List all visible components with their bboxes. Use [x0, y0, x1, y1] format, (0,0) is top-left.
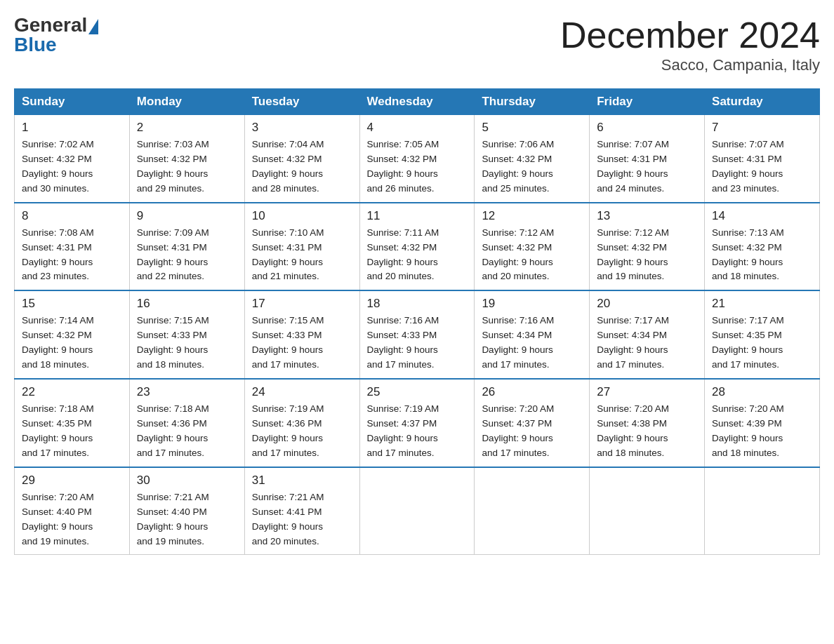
day-info: Sunrise: 7:17 AMSunset: 4:35 PMDaylight:… [712, 314, 812, 373]
day-number: 19 [482, 297, 582, 311]
day-number: 18 [367, 297, 468, 311]
day-info: Sunrise: 7:11 AMSunset: 4:32 PMDaylight:… [367, 226, 468, 285]
calendar-table: SundayMondayTuesdayWednesdayThursdayFrid… [14, 88, 820, 555]
calendar-cell: 7 Sunrise: 7:07 AMSunset: 4:31 PMDayligh… [705, 115, 820, 203]
location-title: Sacco, Campania, Italy [560, 56, 820, 74]
calendar-cell: 28 Sunrise: 7:20 AMSunset: 4:39 PMDaylig… [705, 379, 820, 467]
page-header: General Blue December 2024 Sacco, Campan… [14, 14, 820, 74]
day-info: Sunrise: 7:20 AMSunset: 4:39 PMDaylight:… [712, 402, 812, 461]
calendar-cell: 11 Sunrise: 7:11 AMSunset: 4:32 PMDaylig… [359, 203, 475, 291]
day-info: Sunrise: 7:19 AMSunset: 4:37 PMDaylight:… [367, 402, 468, 461]
day-number: 10 [252, 209, 352, 223]
col-header-tuesday: Tuesday [244, 89, 359, 115]
day-info: Sunrise: 7:02 AMSunset: 4:32 PMDaylight:… [22, 137, 122, 196]
col-header-saturday: Saturday [705, 89, 820, 115]
day-info: Sunrise: 7:15 AMSunset: 4:33 PMDaylight:… [137, 314, 237, 373]
calendar-cell: 12 Sunrise: 7:12 AMSunset: 4:32 PMDaylig… [475, 203, 590, 291]
week-row-3: 15 Sunrise: 7:14 AMSunset: 4:32 PMDaylig… [15, 290, 820, 379]
day-info: Sunrise: 7:17 AMSunset: 4:34 PMDaylight:… [597, 314, 697, 373]
day-info: Sunrise: 7:21 AMSunset: 4:41 PMDaylight:… [252, 490, 352, 549]
calendar-cell: 22 Sunrise: 7:18 AMSunset: 4:35 PMDaylig… [15, 379, 130, 467]
logo-blue-text: Blue [14, 34, 57, 56]
day-number: 31 [252, 474, 352, 488]
day-number: 9 [137, 209, 237, 223]
day-number: 7 [712, 121, 812, 135]
day-number: 1 [22, 121, 122, 135]
day-info: Sunrise: 7:12 AMSunset: 4:32 PMDaylight:… [482, 226, 582, 285]
day-number: 21 [712, 297, 812, 311]
calendar-cell: 4 Sunrise: 7:05 AMSunset: 4:32 PMDayligh… [359, 115, 475, 203]
day-number: 16 [137, 297, 237, 311]
calendar-cell: 25 Sunrise: 7:19 AMSunset: 4:37 PMDaylig… [359, 379, 475, 467]
day-number: 4 [367, 121, 468, 135]
day-info: Sunrise: 7:03 AMSunset: 4:32 PMDaylight:… [137, 137, 237, 196]
calendar-cell: 20 Sunrise: 7:17 AMSunset: 4:34 PMDaylig… [590, 290, 705, 379]
day-number: 26 [482, 385, 582, 399]
day-info: Sunrise: 7:20 AMSunset: 4:40 PMDaylight:… [22, 490, 122, 549]
day-info: Sunrise: 7:16 AMSunset: 4:33 PMDaylight:… [367, 314, 468, 373]
day-info: Sunrise: 7:10 AMSunset: 4:31 PMDaylight:… [252, 226, 352, 285]
day-number: 20 [597, 297, 697, 311]
day-number: 24 [252, 385, 352, 399]
day-info: Sunrise: 7:07 AMSunset: 4:31 PMDaylight:… [712, 137, 812, 196]
calendar-cell: 5 Sunrise: 7:06 AMSunset: 4:32 PMDayligh… [475, 115, 590, 203]
col-header-thursday: Thursday [475, 89, 590, 115]
day-info: Sunrise: 7:16 AMSunset: 4:34 PMDaylight:… [482, 314, 582, 373]
day-info: Sunrise: 7:18 AMSunset: 4:35 PMDaylight:… [22, 402, 122, 461]
col-header-wednesday: Wednesday [359, 89, 475, 115]
logo-triangle-icon [88, 19, 98, 34]
day-number: 17 [252, 297, 352, 311]
day-info: Sunrise: 7:06 AMSunset: 4:32 PMDaylight:… [482, 137, 582, 196]
calendar-cell: 24 Sunrise: 7:19 AMSunset: 4:36 PMDaylig… [244, 379, 359, 467]
day-number: 8 [22, 209, 122, 223]
day-number: 22 [22, 385, 122, 399]
calendar-cell: 23 Sunrise: 7:18 AMSunset: 4:36 PMDaylig… [129, 379, 244, 467]
calendar-cell: 1 Sunrise: 7:02 AMSunset: 4:32 PMDayligh… [15, 115, 130, 203]
title-block: December 2024 Sacco, Campania, Italy [560, 14, 820, 74]
day-info: Sunrise: 7:20 AMSunset: 4:38 PMDaylight:… [597, 402, 697, 461]
calendar-cell: 27 Sunrise: 7:20 AMSunset: 4:38 PMDaylig… [590, 379, 705, 467]
col-header-friday: Friday [590, 89, 705, 115]
day-number: 5 [482, 121, 582, 135]
week-row-1: 1 Sunrise: 7:02 AMSunset: 4:32 PMDayligh… [15, 115, 820, 203]
week-row-4: 22 Sunrise: 7:18 AMSunset: 4:35 PMDaylig… [15, 379, 820, 467]
day-info: Sunrise: 7:15 AMSunset: 4:33 PMDaylight:… [252, 314, 352, 373]
calendar-cell: 19 Sunrise: 7:16 AMSunset: 4:34 PMDaylig… [475, 290, 590, 379]
calendar-cell: 14 Sunrise: 7:13 AMSunset: 4:32 PMDaylig… [705, 203, 820, 291]
calendar-cell: 10 Sunrise: 7:10 AMSunset: 4:31 PMDaylig… [244, 203, 359, 291]
day-number: 11 [367, 209, 468, 223]
day-info: Sunrise: 7:09 AMSunset: 4:31 PMDaylight:… [137, 226, 237, 285]
calendar-cell: 29 Sunrise: 7:20 AMSunset: 4:40 PMDaylig… [15, 467, 130, 555]
calendar-cell [475, 467, 590, 555]
col-header-sunday: Sunday [15, 89, 130, 115]
day-number: 6 [597, 121, 697, 135]
week-row-5: 29 Sunrise: 7:20 AMSunset: 4:40 PMDaylig… [15, 467, 820, 555]
day-number: 27 [597, 385, 697, 399]
day-number: 2 [137, 121, 237, 135]
calendar-cell [705, 467, 820, 555]
week-row-2: 8 Sunrise: 7:08 AMSunset: 4:31 PMDayligh… [15, 203, 820, 291]
calendar-cell: 2 Sunrise: 7:03 AMSunset: 4:32 PMDayligh… [129, 115, 244, 203]
day-info: Sunrise: 7:07 AMSunset: 4:31 PMDaylight:… [597, 137, 697, 196]
calendar-cell [359, 467, 475, 555]
day-info: Sunrise: 7:19 AMSunset: 4:36 PMDaylight:… [252, 402, 352, 461]
calendar-cell: 9 Sunrise: 7:09 AMSunset: 4:31 PMDayligh… [129, 203, 244, 291]
day-number: 12 [482, 209, 582, 223]
logo: General Blue [14, 14, 98, 56]
day-info: Sunrise: 7:20 AMSunset: 4:37 PMDaylight:… [482, 402, 582, 461]
day-info: Sunrise: 7:13 AMSunset: 4:32 PMDaylight:… [712, 226, 812, 285]
day-number: 23 [137, 385, 237, 399]
calendar-cell: 15 Sunrise: 7:14 AMSunset: 4:32 PMDaylig… [15, 290, 130, 379]
day-info: Sunrise: 7:08 AMSunset: 4:31 PMDaylight:… [22, 226, 122, 285]
calendar-cell [590, 467, 705, 555]
calendar-cell: 30 Sunrise: 7:21 AMSunset: 4:40 PMDaylig… [129, 467, 244, 555]
calendar-cell: 13 Sunrise: 7:12 AMSunset: 4:32 PMDaylig… [590, 203, 705, 291]
day-number: 29 [22, 474, 122, 488]
day-number: 25 [367, 385, 468, 399]
day-number: 28 [712, 385, 812, 399]
day-number: 15 [22, 297, 122, 311]
calendar-cell: 17 Sunrise: 7:15 AMSunset: 4:33 PMDaylig… [244, 290, 359, 379]
day-number: 3 [252, 121, 352, 135]
day-info: Sunrise: 7:18 AMSunset: 4:36 PMDaylight:… [137, 402, 237, 461]
day-number: 14 [712, 209, 812, 223]
